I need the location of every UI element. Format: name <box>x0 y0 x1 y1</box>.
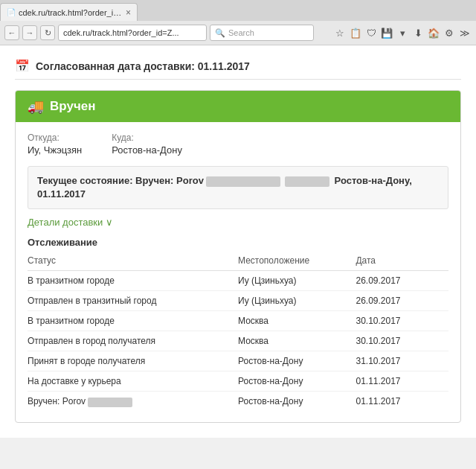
card-status-title: Вручен <box>50 99 95 114</box>
browser-chrome: 📄 cdek.ru/track.html?order_id=Z... × ← →… <box>0 0 476 45</box>
delivery-date-bar: 📅 Согласованная дата доставки: 01.11.201… <box>15 53 461 80</box>
tracking-status-cell: Отправлен в город получателя <box>28 331 238 351</box>
tracking-status-cell: Отправлен в транзитный город <box>28 291 238 311</box>
tracking-table: Статус Местоположение Дата В транзитном … <box>28 252 448 411</box>
tracking-date-cell: 26.09.2017 <box>356 291 448 311</box>
more-icon[interactable]: ≫ <box>458 26 472 39</box>
tracking-date-cell: 01.11.2017 <box>356 371 448 392</box>
from-label: Откуда: <box>28 133 82 143</box>
tracking-row: В транзитном городеМосква30.10.2017 <box>28 311 448 331</box>
delivery-date-text: Согласованная дата доставки: 01.11.2017 <box>36 60 250 72</box>
tracking-date-cell: 30.10.2017 <box>356 311 448 331</box>
tracking-row: Принят в городе получателяРостов-на-Дону… <box>28 351 448 371</box>
home-icon[interactable]: 🏠 <box>427 26 440 39</box>
back-button[interactable]: ← <box>4 25 19 40</box>
tab-favicon: 📄 <box>7 8 16 16</box>
calendar-icon: 📅 <box>15 59 30 73</box>
clipboard-icon[interactable]: 📋 <box>349 26 362 39</box>
from-value: Иу, Чжэцзян <box>28 144 82 156</box>
tracking-location-cell: Ростов-на-Дону <box>238 351 356 371</box>
tracking-date-cell: 01.11.2017 <box>356 392 448 412</box>
card-body: Откуда: Иу, Чжэцзян Куда: Ростов-на-Дону… <box>16 122 460 422</box>
tracking-status-cell: На доставке у курьера <box>28 371 238 392</box>
col-header-location: Местоположение <box>238 252 356 271</box>
forward-button[interactable]: → <box>22 25 37 40</box>
search-placeholder: Search <box>228 28 254 37</box>
tab-bar: 📄 cdek.ru/track.html?order_id=Z... × <box>0 0 476 21</box>
tracking-row: В транзитном городеИу (Цзиньхуа)26.09.20… <box>28 271 448 291</box>
url-text: cdek.ru/track.html?order_id=Z... <box>63 28 179 37</box>
col-header-status: Статус <box>28 252 238 271</box>
tracking-location-cell: Ростов-на-Дону <box>238 392 356 412</box>
shield-icon[interactable]: 🛡 <box>364 26 378 39</box>
tracking-row: Вручен: Porov Ростов-на-Дону01.11.2017 <box>28 392 448 412</box>
tracking-status-cell: Принят в городе получателя <box>28 351 238 371</box>
tracking-row: Отправлен в транзитный городИу (Цзиньхуа… <box>28 291 448 311</box>
browser-tab[interactable]: 📄 cdek.ru/track.html?order_id=Z... × <box>0 3 138 21</box>
tracking-status-cell: Вручен: Porov <box>28 392 238 412</box>
tracking-status-cell: В транзитном городе <box>28 271 238 291</box>
tracking-row: Отправлен в город получателяМосква30.10.… <box>28 331 448 351</box>
tracking-date-cell: 31.10.2017 <box>356 351 448 371</box>
tracking-location-cell: Ростов-на-Дону <box>238 371 356 392</box>
tracking-title: Отслеживание <box>28 237 448 248</box>
tab-title: cdek.ru/track.html?order_id=Z... <box>19 8 123 17</box>
tracking-section: Отслеживание Статус Местоположение Дата … <box>28 237 448 411</box>
bookmark-icon[interactable]: ☆ <box>333 26 347 39</box>
truck-icon: 🚚 <box>28 98 44 115</box>
card-header: 🚚 Вручен <box>16 91 460 122</box>
current-status-date: 01.11.2017 <box>37 188 86 200</box>
nav-bar: ← → ↻ cdek.ru/track.html?order_id=Z... 🔍… <box>0 21 476 45</box>
tracking-date-cell: 30.10.2017 <box>356 331 448 351</box>
settings-icon[interactable]: ⚙ <box>443 26 456 39</box>
from-to-row: Откуда: Иу, Чжэцзян Куда: Ростов-на-Дону <box>28 133 448 156</box>
from-block: Откуда: Иу, Чжэцзян <box>28 133 82 156</box>
tracking-row: На доставке у курьераРостов-на-Дону01.11… <box>28 371 448 392</box>
download-icon[interactable]: ⬇ <box>411 26 425 39</box>
tracking-status-cell: В транзитном городе <box>28 311 238 331</box>
delivery-card: 🚚 Вручен Откуда: Иу, Чжэцзян Куда: Росто… <box>15 90 461 423</box>
blurred-name-1 <box>206 176 280 187</box>
current-status-prefix: Текущее состояние: Вручен: Porov <box>37 175 204 186</box>
page-content: 📅 Согласованная дата доставки: 01.11.201… <box>0 45 476 438</box>
tracking-date-cell: 26.09.2017 <box>356 271 448 291</box>
dropdown-icon[interactable]: ▾ <box>396 26 409 39</box>
tracking-table-header: Статус Местоположение Дата <box>28 252 448 271</box>
refresh-button[interactable]: ↻ <box>40 25 55 40</box>
tracking-location-cell: Иу (Цзиньхуа) <box>238 291 356 311</box>
to-value: Ростов-на-Дону <box>112 144 182 156</box>
current-status-city: Ростов-на-Дону, <box>335 175 412 186</box>
details-link[interactable]: Детали доставки ∨ <box>28 217 113 228</box>
tracking-location-cell: Иу (Цзиньхуа) <box>238 271 356 291</box>
tracking-location-cell: Москва <box>238 331 356 351</box>
col-header-date: Дата <box>356 252 448 271</box>
blurred-name-2 <box>285 176 329 187</box>
tab-close-button[interactable]: × <box>126 7 131 18</box>
to-label: Куда: <box>112 133 182 143</box>
tracking-location-cell: Москва <box>238 311 356 331</box>
search-bar[interactable]: 🔍 Search <box>210 25 314 41</box>
address-bar[interactable]: cdek.ru/track.html?order_id=Z... <box>58 25 207 41</box>
save-icon[interactable]: 💾 <box>380 26 393 39</box>
search-icon: 🔍 <box>215 28 225 38</box>
current-status-box: Текущее состояние: Вручен: Porov Ростов-… <box>28 166 448 209</box>
to-block: Куда: Ростов-на-Дону <box>112 133 182 156</box>
toolbar-icons: ☆ 📋 🛡 💾 ▾ ⬇ 🏠 ⚙ ≫ <box>333 26 472 39</box>
